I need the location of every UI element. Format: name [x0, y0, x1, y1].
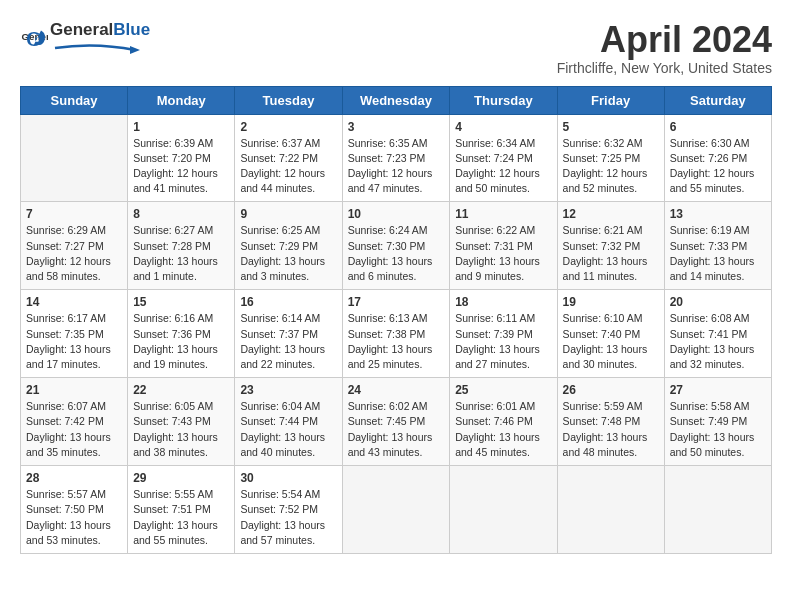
day-number: 30: [240, 471, 336, 485]
day-number: 3: [348, 120, 445, 134]
day-number: 29: [133, 471, 229, 485]
calendar-cell: 13Sunrise: 6:19 AM Sunset: 7:33 PM Dayli…: [664, 202, 771, 290]
day-info: Sunrise: 6:22 AM Sunset: 7:31 PM Dayligh…: [455, 223, 551, 284]
calendar-cell: 11Sunrise: 6:22 AM Sunset: 7:31 PM Dayli…: [450, 202, 557, 290]
calendar-cell: 23Sunrise: 6:04 AM Sunset: 7:44 PM Dayli…: [235, 378, 342, 466]
day-number: 2: [240, 120, 336, 134]
day-info: Sunrise: 6:21 AM Sunset: 7:32 PM Dayligh…: [563, 223, 659, 284]
calendar-cell: 18Sunrise: 6:11 AM Sunset: 7:39 PM Dayli…: [450, 290, 557, 378]
day-info: Sunrise: 5:55 AM Sunset: 7:51 PM Dayligh…: [133, 487, 229, 548]
calendar-weekday-sunday: Sunday: [21, 86, 128, 114]
day-number: 28: [26, 471, 122, 485]
calendar-week-row: 28Sunrise: 5:57 AM Sunset: 7:50 PM Dayli…: [21, 466, 772, 554]
day-number: 27: [670, 383, 766, 397]
page-subtitle: Firthcliffe, New York, United States: [557, 60, 772, 76]
day-info: Sunrise: 5:54 AM Sunset: 7:52 PM Dayligh…: [240, 487, 336, 548]
calendar-cell: 22Sunrise: 6:05 AM Sunset: 7:43 PM Dayli…: [128, 378, 235, 466]
day-info: Sunrise: 6:16 AM Sunset: 7:36 PM Dayligh…: [133, 311, 229, 372]
day-info: Sunrise: 6:04 AM Sunset: 7:44 PM Dayligh…: [240, 399, 336, 460]
day-number: 14: [26, 295, 122, 309]
day-info: Sunrise: 6:39 AM Sunset: 7:20 PM Dayligh…: [133, 136, 229, 197]
calendar-weekday-thursday: Thursday: [450, 86, 557, 114]
day-number: 7: [26, 207, 122, 221]
calendar-cell: 2Sunrise: 6:37 AM Sunset: 7:22 PM Daylig…: [235, 114, 342, 202]
calendar-cell: 5Sunrise: 6:32 AM Sunset: 7:25 PM Daylig…: [557, 114, 664, 202]
day-number: 24: [348, 383, 445, 397]
day-info: Sunrise: 5:58 AM Sunset: 7:49 PM Dayligh…: [670, 399, 766, 460]
calendar-cell: 10Sunrise: 6:24 AM Sunset: 7:30 PM Dayli…: [342, 202, 450, 290]
calendar-cell: [21, 114, 128, 202]
calendar-cell: 28Sunrise: 5:57 AM Sunset: 7:50 PM Dayli…: [21, 466, 128, 554]
calendar-cell: 12Sunrise: 6:21 AM Sunset: 7:32 PM Dayli…: [557, 202, 664, 290]
header: General General Blue April 2024 Firthcli…: [20, 20, 772, 76]
calendar-cell: 9Sunrise: 6:25 AM Sunset: 7:29 PM Daylig…: [235, 202, 342, 290]
calendar-cell: 16Sunrise: 6:14 AM Sunset: 7:37 PM Dayli…: [235, 290, 342, 378]
calendar-cell: 30Sunrise: 5:54 AM Sunset: 7:52 PM Dayli…: [235, 466, 342, 554]
day-number: 23: [240, 383, 336, 397]
day-info: Sunrise: 6:13 AM Sunset: 7:38 PM Dayligh…: [348, 311, 445, 372]
day-number: 8: [133, 207, 229, 221]
calendar-header-row: SundayMondayTuesdayWednesdayThursdayFrid…: [21, 86, 772, 114]
day-info: Sunrise: 5:57 AM Sunset: 7:50 PM Dayligh…: [26, 487, 122, 548]
day-number: 13: [670, 207, 766, 221]
day-number: 5: [563, 120, 659, 134]
calendar-week-row: 21Sunrise: 6:07 AM Sunset: 7:42 PM Dayli…: [21, 378, 772, 466]
day-number: 11: [455, 207, 551, 221]
day-number: 15: [133, 295, 229, 309]
day-info: Sunrise: 6:34 AM Sunset: 7:24 PM Dayligh…: [455, 136, 551, 197]
title-area: April 2024 Firthcliffe, New York, United…: [557, 20, 772, 76]
day-number: 10: [348, 207, 445, 221]
day-number: 25: [455, 383, 551, 397]
day-number: 12: [563, 207, 659, 221]
day-info: Sunrise: 6:29 AM Sunset: 7:27 PM Dayligh…: [26, 223, 122, 284]
calendar-cell: 21Sunrise: 6:07 AM Sunset: 7:42 PM Dayli…: [21, 378, 128, 466]
day-number: 9: [240, 207, 336, 221]
calendar-cell: 8Sunrise: 6:27 AM Sunset: 7:28 PM Daylig…: [128, 202, 235, 290]
day-number: 20: [670, 295, 766, 309]
calendar-cell: 7Sunrise: 6:29 AM Sunset: 7:27 PM Daylig…: [21, 202, 128, 290]
day-number: 16: [240, 295, 336, 309]
calendar-cell: [557, 466, 664, 554]
calendar-cell: 20Sunrise: 6:08 AM Sunset: 7:41 PM Dayli…: [664, 290, 771, 378]
calendar-cell: 4Sunrise: 6:34 AM Sunset: 7:24 PM Daylig…: [450, 114, 557, 202]
logo: General General Blue: [20, 20, 150, 58]
calendar-cell: 29Sunrise: 5:55 AM Sunset: 7:51 PM Dayli…: [128, 466, 235, 554]
calendar-weekday-wednesday: Wednesday: [342, 86, 450, 114]
day-info: Sunrise: 6:32 AM Sunset: 7:25 PM Dayligh…: [563, 136, 659, 197]
day-info: Sunrise: 6:02 AM Sunset: 7:45 PM Dayligh…: [348, 399, 445, 460]
calendar-cell: 25Sunrise: 6:01 AM Sunset: 7:46 PM Dayli…: [450, 378, 557, 466]
day-info: Sunrise: 6:19 AM Sunset: 7:33 PM Dayligh…: [670, 223, 766, 284]
day-number: 21: [26, 383, 122, 397]
logo-swoosh: [50, 42, 140, 54]
calendar-cell: 17Sunrise: 6:13 AM Sunset: 7:38 PM Dayli…: [342, 290, 450, 378]
calendar-cell: 1Sunrise: 6:39 AM Sunset: 7:20 PM Daylig…: [128, 114, 235, 202]
calendar-cell: [664, 466, 771, 554]
logo-icon: General: [20, 25, 48, 53]
day-info: Sunrise: 6:07 AM Sunset: 7:42 PM Dayligh…: [26, 399, 122, 460]
calendar-weekday-tuesday: Tuesday: [235, 86, 342, 114]
calendar-cell: 27Sunrise: 5:58 AM Sunset: 7:49 PM Dayli…: [664, 378, 771, 466]
calendar-cell: 26Sunrise: 5:59 AM Sunset: 7:48 PM Dayli…: [557, 378, 664, 466]
day-info: Sunrise: 5:59 AM Sunset: 7:48 PM Dayligh…: [563, 399, 659, 460]
day-info: Sunrise: 6:30 AM Sunset: 7:26 PM Dayligh…: [670, 136, 766, 197]
day-info: Sunrise: 6:27 AM Sunset: 7:28 PM Dayligh…: [133, 223, 229, 284]
day-number: 1: [133, 120, 229, 134]
calendar-weekday-friday: Friday: [557, 86, 664, 114]
calendar-week-row: 7Sunrise: 6:29 AM Sunset: 7:27 PM Daylig…: [21, 202, 772, 290]
logo-general-text: General: [50, 20, 113, 40]
day-info: Sunrise: 6:11 AM Sunset: 7:39 PM Dayligh…: [455, 311, 551, 372]
calendar-cell: 6Sunrise: 6:30 AM Sunset: 7:26 PM Daylig…: [664, 114, 771, 202]
day-number: 22: [133, 383, 229, 397]
day-number: 6: [670, 120, 766, 134]
day-info: Sunrise: 6:08 AM Sunset: 7:41 PM Dayligh…: [670, 311, 766, 372]
calendar-cell: 15Sunrise: 6:16 AM Sunset: 7:36 PM Dayli…: [128, 290, 235, 378]
calendar-table: SundayMondayTuesdayWednesdayThursdayFrid…: [20, 86, 772, 554]
day-info: Sunrise: 6:35 AM Sunset: 7:23 PM Dayligh…: [348, 136, 445, 197]
calendar-cell: 3Sunrise: 6:35 AM Sunset: 7:23 PM Daylig…: [342, 114, 450, 202]
day-number: 26: [563, 383, 659, 397]
calendar-cell: [450, 466, 557, 554]
calendar-week-row: 1Sunrise: 6:39 AM Sunset: 7:20 PM Daylig…: [21, 114, 772, 202]
day-info: Sunrise: 6:37 AM Sunset: 7:22 PM Dayligh…: [240, 136, 336, 197]
page-title: April 2024: [557, 20, 772, 60]
day-info: Sunrise: 6:10 AM Sunset: 7:40 PM Dayligh…: [563, 311, 659, 372]
